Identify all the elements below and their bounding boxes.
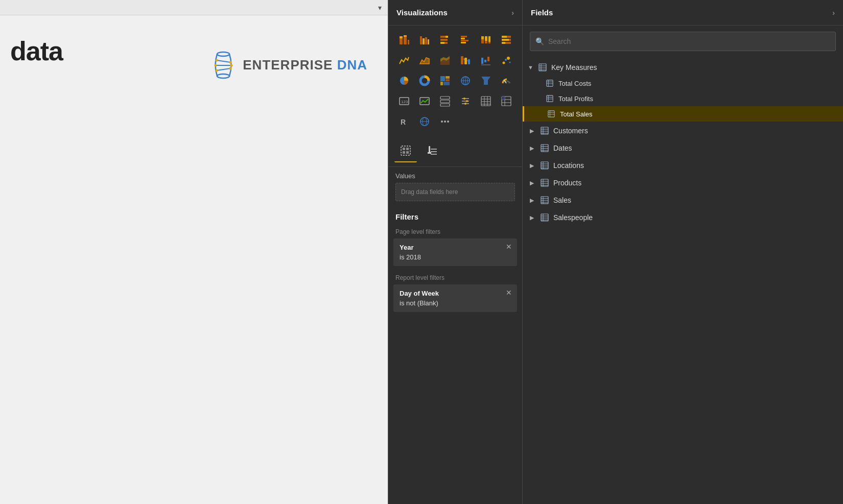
tree-item-total-profits[interactable]: Total Profits [523,91,843,106]
tree-group-products-label: Products [553,179,581,187]
year-filter-close[interactable]: ✕ [506,243,512,251]
visualizations-collapse-arrow[interactable]: › [511,9,514,17]
tree-group-locations-header[interactable]: ▶ Locations [523,157,843,174]
svg-rect-21 [446,36,448,38]
clustered-bar-icon[interactable] [415,31,434,49]
tree-item-total-sales[interactable]: Total Sales [523,106,843,122]
filters-header: Filters [388,206,522,224]
tree-group-dates-label: Dates [553,144,572,152]
pie-chart-icon[interactable] [395,71,413,90]
slicer-icon[interactable] [456,92,475,110]
svg-point-98 [444,121,446,123]
viz-tab-fields[interactable] [394,140,417,162]
table-icon[interactable] [477,92,495,110]
map-icon[interactable] [456,71,475,90]
waterfall-chart-icon[interactable] [477,51,495,69]
viz-tab-format[interactable] [421,140,443,162]
search-input[interactable] [548,37,830,45]
fields-header: Fields › [523,0,843,26]
svg-rect-30 [481,36,484,39]
fields-panel: Fields › 🔍 ▼ Key Measures [523,0,843,504]
svg-rect-123 [548,111,554,117]
svg-rect-106 [428,152,431,154]
year-filter-value: is 2018 [400,253,511,261]
svg-rect-34 [488,36,490,42]
svg-rect-23 [440,42,444,44]
fields-search-box[interactable]: 🔍 [530,32,836,51]
svg-rect-102 [406,148,409,150]
tree-table-icon-products [540,178,549,187]
page-level-filters-label: Page level filters [395,228,515,235]
stacked-area-chart-icon[interactable] [436,51,454,69]
kpi-icon[interactable] [415,92,434,110]
tree-arrow-key-measures: ▼ [528,64,534,70]
matrix-icon[interactable] [497,92,516,110]
svg-point-56 [509,62,511,63]
tree-group-salespeople-header[interactable]: ▶ Salespeople [523,209,843,226]
svg-rect-59 [440,76,445,81]
svg-point-81 [464,103,466,105]
day-filter-value: is not (Blank) [400,299,511,307]
tree-item-total-costs-label: Total Costs [558,80,591,87]
visualizations-panel: Visualizations › [388,0,523,504]
viz-drop-zone[interactable]: Drag data fields here [395,183,515,201]
fields-collapse-arrow[interactable]: › [832,9,835,17]
100pct-stacked-bar-horiz-icon[interactable] [497,31,516,49]
canvas-collapse-button[interactable]: ▾ [378,4,382,12]
tree-group-products-header[interactable]: ▶ Products [523,175,843,191]
svg-rect-22 [440,39,448,41]
tree-group-key-measures-header[interactable]: ▼ Key Measures [523,59,843,76]
svg-point-8 [230,64,233,67]
tree-arrow-locations: ▶ [530,162,536,169]
svg-marker-41 [420,58,429,64]
line-chart-icon[interactable] [395,51,413,69]
more-visuals-icon[interactable] [436,112,454,131]
tree-table-icon-salespeople [540,213,549,222]
svg-point-0 [217,52,229,56]
funnel-icon[interactable] [477,71,495,90]
gauge-icon[interactable] [497,71,516,90]
svg-line-47 [463,59,464,60]
svg-rect-27 [461,40,469,41]
day-of-week-filter-card[interactable]: Day of Week is not (Blank) ✕ [393,284,517,312]
year-filter-card[interactable]: Year is 2018 ✕ [393,238,517,266]
card-icon[interactable]: 123 [395,92,413,110]
svg-point-80 [466,100,468,102]
r-script-icon[interactable]: R [395,112,413,131]
ribbon-chart-icon[interactable] [456,51,475,69]
svg-rect-50 [484,60,486,62]
100pct-stacked-bar-icon[interactable] [477,31,495,49]
stacked-bar-horiz-icon[interactable] [436,31,454,49]
svg-line-2 [217,60,230,62]
tree-group-products: ▶ Products [523,175,843,191]
tree-table-icon-dates [540,143,549,153]
visualizations-header: Visualizations › [388,0,522,26]
tree-item-icon-total-profits [545,94,554,103]
svg-point-5 [216,59,218,62]
area-chart-icon[interactable] [415,51,434,69]
arcgis-map-icon[interactable] [415,112,434,131]
day-filter-close[interactable]: ✕ [506,289,512,297]
multi-row-card-icon[interactable] [436,92,454,110]
svg-rect-25 [461,36,467,37]
tree-group-sales-header[interactable]: ▶ Sales [523,192,843,208]
canvas-area: ▾ data ENTERPRISE DNA [0,0,388,504]
enterprise-dna-logo: ENTERPRISE DNA [243,57,367,73]
svg-rect-51 [487,57,489,61]
tree-item-total-costs[interactable]: Total Costs [523,76,843,91]
svg-rect-100 [401,146,410,155]
svg-rect-103 [403,151,405,154]
treemap-icon[interactable] [436,71,454,90]
svg-rect-28 [461,42,466,43]
svg-rect-75 [440,104,450,106]
scatter-chart-icon[interactable] [497,51,516,69]
tree-group-dates-header[interactable]: ▶ Dates [523,140,843,156]
svg-point-1 [217,74,229,78]
donut-chart-icon[interactable] [415,71,434,90]
tree-group-customers-header[interactable]: ▶ Customers [523,123,843,139]
svg-rect-63 [443,82,450,85]
stacked-bar-icon[interactable] [395,31,413,49]
viz-values-label: Values [395,172,515,180]
clustered-bar-horiz-icon[interactable] [456,31,475,49]
svg-rect-74 [440,100,450,103]
